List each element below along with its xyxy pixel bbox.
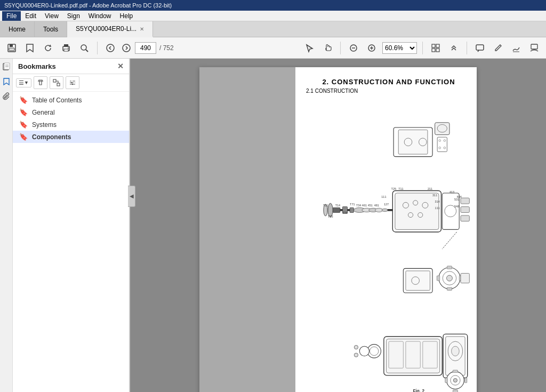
bookmarks-options-dropdown[interactable]: ☰ ▼ [16,78,31,87]
sidebar-attachments-icon[interactable] [1,91,12,102]
next-page-button[interactable] [119,41,134,55]
bookmark-toc[interactable]: 🔖 Table of Contents [13,94,129,106]
menu-bar: File Edit View Sign Window Help [0,11,546,21]
hand-tool-button[interactable] [320,41,335,55]
svg-rect-16 [432,44,435,47]
panel-collapse-handle[interactable]: ◀ [128,186,135,207]
toolbar-sep2 [340,42,341,54]
select-tool-button[interactable] [302,41,317,55]
svg-rect-37 [437,137,447,151]
expand-bookmark-button[interactable] [50,76,63,89]
svg-rect-4 [64,44,68,47]
explosion-diagram: 111 127 413 531 548 834 T25 T11 211 311 … [306,99,471,392]
svg-point-94 [453,378,457,382]
tab-home[interactable]: Home [0,21,35,37]
svg-text:548: 548 [454,205,459,208]
svg-text:111: 111 [381,195,386,198]
svg-point-9 [107,44,114,52]
svg-rect-18 [432,49,435,52]
menu-sign[interactable]: Sign [63,11,84,21]
bookmarks-title: Bookmarks [18,62,117,70]
bookmark-general[interactable]: 🔖 General [13,106,129,118]
zoom-out-icon [349,43,358,53]
sidebar-bookmarks-icon[interactable] [1,76,12,87]
tab-close-icon[interactable]: ✕ [140,26,144,32]
svg-rect-2 [9,48,14,51]
svg-point-85 [359,346,369,356]
svg-rect-54 [395,193,439,229]
svg-rect-74 [447,287,452,290]
bookmark-list: 🔖 Table of Contents 🔖 General 🔖 Systems … [13,92,129,392]
toolbar-sep1 [97,42,98,54]
pen-button[interactable] [491,41,505,55]
svg-text:T74: T74 [342,211,347,214]
bookmark-general-icon: 🔖 [19,108,28,116]
zoom-search-button[interactable] [77,41,92,55]
svg-rect-22 [531,44,537,49]
menu-help[interactable]: Help [116,11,138,21]
tab-home-label: Home [9,26,26,33]
svg-point-50 [382,209,388,211]
svg-rect-96 [453,390,457,392]
svg-text:481: 481 [374,204,379,207]
delete-bookmark-button[interactable] [34,76,47,89]
svg-text:461: 461 [362,204,367,207]
save-button[interactable] [4,41,19,55]
zoom-search-icon [79,43,89,53]
pen-icon [493,43,503,53]
svg-rect-79 [386,339,439,373]
page-number-input[interactable] [135,42,156,54]
svg-rect-24 [4,63,10,69]
bookmark-toolbar-icon [26,43,34,53]
sign-button[interactable] [509,41,524,55]
bookmark-general-label: General [32,109,55,116]
svg-text:413: 413 [449,190,454,194]
menu-window[interactable]: Window [84,11,116,21]
comment-icon [475,43,485,53]
svg-point-6 [68,47,69,49]
svg-point-87 [354,353,358,357]
diagram-area: 111 127 413 531 548 834 T25 T11 211 311 … [306,99,471,392]
svg-point-30 [72,84,73,85]
grid-icon [431,43,440,53]
menu-edit[interactable]: Edit [21,11,41,21]
sync-button[interactable] [41,41,55,55]
nav-arrows-button[interactable] [446,41,461,55]
bookmark-components[interactable]: 🔖 Components [13,131,129,143]
properties-bookmark-button[interactable] [66,76,79,89]
tab-bar: Home Tools S5YQU0004ER0-Li... ✕ [0,21,546,37]
svg-text:T71: T71 [350,203,355,206]
pdf-content: 2. CONSTRUCTION AND FUNCTION 2.1 CONSTRU… [295,67,477,392]
prev-page-button[interactable] [103,41,118,55]
comment-button[interactable] [472,41,487,55]
tab-tools-label: Tools [43,26,58,33]
bookmark-systems[interactable]: 🔖 Systems [13,118,129,131]
pdf-section-title: 2. CONSTRUCTION AND FUNCTION [306,78,471,86]
toolbar: / 752 60.6% 50% 75% 100% 125% 150% [0,37,546,59]
bookmarks-close-button[interactable]: ✕ [117,62,124,70]
svg-text:311: 311 [432,194,437,197]
tab-document[interactable]: S5YQU0004ER0-Li... ✕ [67,21,153,37]
zoom-select[interactable]: 60.6% 50% 75% 100% 125% 150% [382,42,417,54]
svg-text:T34: T34 [356,204,361,207]
bookmark-button[interactable] [22,41,37,55]
tab-tools[interactable]: Tools [35,21,67,37]
options-icon: ☰ [19,79,24,86]
print-button[interactable] [59,41,74,55]
stamp-button[interactable] [527,41,542,55]
zoom-out-button[interactable] [346,41,361,55]
toolbar-sep4 [467,42,467,54]
trash-icon [37,79,44,86]
sidebar-pages-icon[interactable] [1,61,12,73]
nav-arrows-icon [449,43,459,53]
svg-text:127: 127 [384,203,389,206]
stamp-icon [529,43,539,53]
grid-view-button[interactable] [428,41,443,55]
menu-view[interactable]: View [41,11,63,21]
menu-file[interactable]: File [2,11,21,21]
svg-rect-98 [464,378,467,383]
zoom-in-button[interactable] [364,41,379,55]
svg-rect-62 [461,198,469,204]
svg-text:T35: T35 [328,215,333,218]
svg-text:T25: T25 [391,187,396,190]
